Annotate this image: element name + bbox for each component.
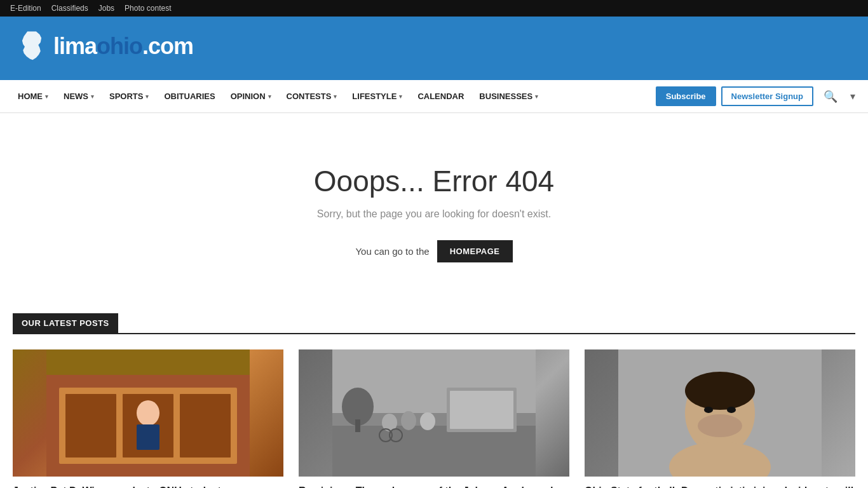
top-bar: E-Edition Classifieds Jobs Photo contest bbox=[0, 0, 868, 17]
nav-right: Subscribe Newsletter Signup 🔍 ▾ bbox=[656, 86, 858, 106]
search-button[interactable]: 🔍 bbox=[818, 90, 843, 104]
sports-chevron-icon: ▾ bbox=[146, 93, 149, 100]
opinion-chevron-icon: ▾ bbox=[268, 93, 271, 100]
error-title: Ooops... Error 404 bbox=[78, 164, 790, 198]
nav-arrow-icon[interactable]: ▾ bbox=[848, 90, 858, 102]
newsletter-button[interactable]: Newsletter Signup bbox=[721, 86, 813, 106]
post-title-2: Reminisce: The early years of the Johnny… bbox=[299, 484, 569, 488]
post-image-2 bbox=[299, 349, 569, 477]
nav-items: HOME ▾ NEWS ▾ SPORTS ▾ OBITUARIES OPINIO… bbox=[10, 80, 656, 112]
top-bar-classifieds[interactable]: Classifieds bbox=[51, 4, 88, 13]
nav-sports[interactable]: SPORTS ▾ bbox=[102, 80, 156, 112]
subscribe-button[interactable]: Subscribe bbox=[656, 86, 716, 106]
courtroom-image-icon bbox=[13, 349, 283, 477]
section-title: OUR LATEST POSTS bbox=[13, 313, 118, 333]
svg-point-23 bbox=[685, 372, 755, 410]
post-card-2[interactable]: Reminisce: The early years of the Johnny… bbox=[299, 349, 569, 488]
svg-rect-7 bbox=[137, 424, 159, 450]
nav-lifestyle[interactable]: LIFESTYLE ▾ bbox=[344, 80, 410, 112]
main-content: Ooops... Error 404 Sorry, but the page y… bbox=[53, 113, 815, 313]
svg-rect-3 bbox=[65, 394, 116, 458]
post-card-3[interactable]: Ohio State football: Day optimistic inju… bbox=[585, 349, 855, 488]
latest-posts-section: OUR LATEST POSTS Justice Pa bbox=[0, 313, 868, 488]
svg-point-25 bbox=[727, 407, 736, 413]
post-image-3 bbox=[585, 349, 855, 477]
nav-obituaries[interactable]: OBITUARIES bbox=[156, 80, 222, 112]
svg-point-24 bbox=[704, 407, 713, 413]
error-subtitle: Sorry, but the page you are looking for … bbox=[78, 208, 790, 220]
error-section: Ooops... Error 404 Sorry, but the page y… bbox=[65, 139, 803, 301]
site-header: limaohio.com bbox=[0, 17, 868, 80]
top-bar-jobs[interactable]: Jobs bbox=[98, 4, 114, 13]
posts-grid: Justice Pat DeWine speaks to ONU student… bbox=[13, 349, 855, 488]
svg-rect-10 bbox=[332, 426, 536, 477]
ohio-shape-icon bbox=[13, 29, 51, 64]
nav-calendar[interactable]: CALENDAR bbox=[410, 80, 471, 112]
main-nav: HOME ▾ NEWS ▾ SPORTS ▾ OBITUARIES OPINIO… bbox=[0, 80, 868, 113]
nav-news[interactable]: NEWS ▾ bbox=[56, 80, 102, 112]
lifestyle-chevron-icon: ▾ bbox=[399, 93, 402, 100]
svg-point-16 bbox=[401, 411, 416, 430]
home-chevron-icon: ▾ bbox=[45, 93, 48, 100]
svg-rect-14 bbox=[355, 419, 360, 432]
football-image-icon bbox=[585, 349, 855, 477]
post-title-1: Justice Pat DeWine speaks to ONU student… bbox=[13, 484, 283, 488]
svg-rect-12 bbox=[450, 391, 513, 429]
top-bar-e-edition[interactable]: E-Edition bbox=[10, 4, 41, 13]
businesses-chevron-icon: ▾ bbox=[535, 93, 538, 100]
svg-rect-5 bbox=[180, 394, 231, 458]
top-bar-photo-contest[interactable]: Photo contest bbox=[125, 4, 171, 13]
svg-point-26 bbox=[698, 414, 742, 437]
contests-chevron-icon: ▾ bbox=[334, 93, 337, 100]
nav-businesses[interactable]: BUSINESSES ▾ bbox=[471, 80, 546, 112]
svg-point-17 bbox=[420, 412, 435, 430]
post-title-3: Ohio State football: Day optimistic inju… bbox=[585, 484, 855, 488]
logo-area[interactable]: limaohio.com bbox=[13, 29, 193, 64]
search-icon: 🔍 bbox=[824, 90, 837, 103]
post-image-1 bbox=[13, 349, 283, 477]
news-chevron-icon: ▾ bbox=[91, 93, 94, 100]
post-card-1[interactable]: Justice Pat DeWine speaks to ONU student… bbox=[13, 349, 283, 488]
nav-opinion[interactable]: OPINION ▾ bbox=[223, 80, 279, 112]
svg-point-6 bbox=[137, 400, 159, 426]
nav-home[interactable]: HOME ▾ bbox=[10, 80, 56, 112]
nav-contests[interactable]: CONTESTS ▾ bbox=[279, 80, 345, 112]
park-image-icon bbox=[299, 349, 569, 477]
section-header: OUR LATEST POSTS bbox=[13, 313, 855, 334]
homepage-button[interactable]: HOMEPAGE bbox=[437, 240, 513, 262]
logo-text: limaohio.com bbox=[53, 33, 193, 60]
error-cta-text: You can go to the bbox=[355, 246, 429, 257]
error-cta: You can go to the HOMEPAGE bbox=[78, 240, 790, 262]
